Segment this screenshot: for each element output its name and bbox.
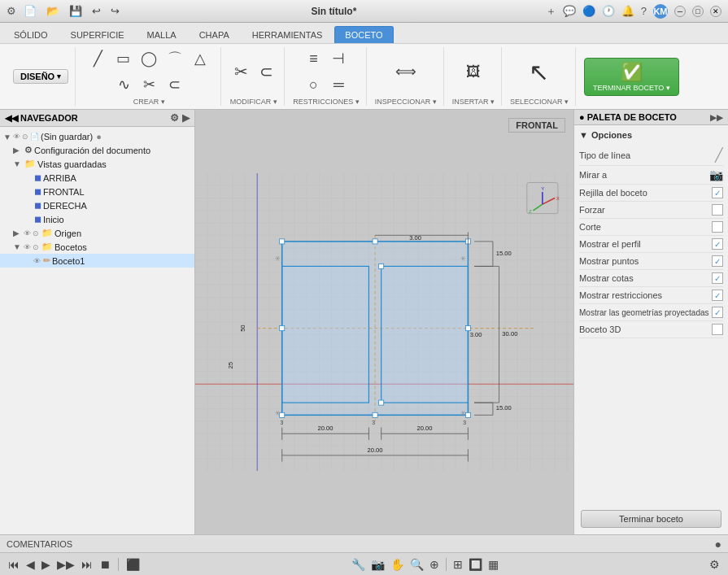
corte-control[interactable] [712, 221, 723, 233]
boceto3d-control[interactable] [712, 324, 723, 335]
tree-expand-inicio[interactable] [23, 215, 33, 224]
nav-prev[interactable]: ◀ [24, 556, 37, 573]
app-icon[interactable]: ⚙ [7, 5, 16, 17]
inner-left-rect[interactable] [282, 266, 369, 403]
tipo-linea-icon[interactable]: ╱ [715, 147, 723, 163]
puntos-control[interactable]: ✓ [712, 255, 723, 267]
tree-expand-vistas[interactable]: ▼ [13, 159, 23, 168]
rest-circ[interactable]: ○ [302, 75, 325, 94]
plus-icon[interactable]: ＋ [546, 4, 556, 19]
insp-label[interactable]: INSPECCIONAR [375, 96, 437, 106]
dot-icon[interactable]: 🔵 [582, 5, 595, 17]
bt-grid1[interactable]: ⊞ [451, 556, 464, 573]
nav-icon-expand[interactable]: ▶ [182, 112, 190, 124]
corte-checkbox[interactable] [712, 221, 723, 233]
cotas-checkbox[interactable]: ✓ [712, 272, 723, 284]
nav-next[interactable]: ▶▶ [55, 556, 76, 573]
tree-expand-boceto1[interactable] [23, 256, 33, 265]
close-btn[interactable]: ✕ [710, 6, 721, 17]
rejilla-control[interactable]: ✓ [712, 187, 723, 198]
restricciones-label[interactable]: RESTRICCIONES [293, 96, 360, 106]
cotas-control[interactable]: ✓ [712, 272, 723, 284]
handle-inner-b[interactable] [379, 400, 384, 405]
bt-wrench[interactable]: 🔧 [350, 556, 367, 573]
tree-config[interactable]: ▶ ⚙ Configuración del documento [0, 143, 194, 157]
puntos-checkbox[interactable]: ✓ [712, 255, 723, 267]
tipo-linea-control[interactable]: ╱ [715, 147, 723, 163]
modificar-label[interactable]: MODIFICAR [230, 96, 277, 106]
nav-last[interactable]: ⏭ [80, 556, 94, 573]
insertar-img[interactable]: 🖼 [462, 62, 485, 81]
design-dropdown[interactable]: DISEÑO ▾ [13, 69, 68, 84]
tree-expand-frontal[interactable] [23, 187, 33, 196]
right-panel-expand[interactable]: ▶▶ [710, 113, 723, 122]
modificar-trim[interactable]: ✂ [229, 61, 252, 82]
mirar-icon[interactable]: 📷 [709, 168, 723, 181]
geometrias-control[interactable]: ✓ [712, 307, 723, 318]
tree-expand-config[interactable]: ▶ [13, 146, 23, 155]
crear-scissors[interactable]: ✂ [137, 75, 160, 94]
geometrias-checkbox[interactable]: ✓ [712, 307, 723, 318]
tree-expand-derecha[interactable] [23, 201, 33, 210]
tree-expand-bocetos[interactable]: ▼ [13, 242, 23, 251]
restricciones-checkbox[interactable]: ✓ [712, 290, 723, 301]
statusbar-expand[interactable]: ● [715, 538, 721, 551]
chat-icon[interactable]: 💬 [563, 5, 576, 17]
sketch-canvas[interactable]: ⚹ ⚹ ⚹ ⚹ 3.00 15.00 30.00 15.00 3.00 [195, 110, 573, 534]
handle-bl[interactable] [280, 412, 285, 417]
handle-inner-t[interactable] [379, 264, 384, 268]
qa-new[interactable]: 📄 [21, 4, 39, 18]
crear-line[interactable]: ╱ [86, 49, 109, 68]
orientation-cube[interactable]: X Y Z [527, 182, 560, 213]
crear-arc[interactable]: ⌒ [163, 49, 186, 68]
tree-expand-arriba[interactable] [23, 173, 33, 182]
tree-vistas[interactable]: ▼ 📁 Vistas guardadas [0, 157, 194, 171]
nav-first[interactable]: ⏮ [7, 556, 21, 573]
user-label[interactable]: KM [653, 4, 668, 19]
tree-origen[interactable]: ▶ 👁 ⊙ 📁 Origen [0, 226, 194, 240]
mirar-control[interactable]: 📷 [709, 168, 723, 181]
sel-cursor[interactable]: ↖ [521, 54, 556, 90]
rest-eq[interactable]: ═ [327, 75, 350, 94]
tab-solido[interactable]: SÓLIDO [3, 26, 59, 43]
boceto3d-checkbox[interactable] [712, 324, 723, 335]
maximize-btn[interactable]: □ [692, 6, 704, 17]
bt-settings[interactable]: ⚙ [708, 556, 721, 573]
tree-inicio[interactable]: ◼ Inicio [0, 212, 194, 226]
tree-root[interactable]: ▼ 👁 ⊙ 📄 (Sin guardar) ● [0, 130, 194, 143]
bt-split[interactable]: ▦ [486, 556, 500, 573]
terminar-boceto-btn[interactable]: ✅ TERMINAR BOCETO ▾ [584, 58, 679, 96]
qa-open[interactable]: 📂 [44, 4, 62, 18]
tree-derecha[interactable]: ◼ DERECHA [0, 198, 194, 212]
tree-boceto1[interactable]: 👁 ✏ Boceto1 [0, 254, 194, 268]
tree-expand-root[interactable]: ▼ [3, 133, 13, 142]
perfil-checkbox[interactable]: ✓ [712, 238, 723, 250]
handle-tl[interactable] [280, 239, 285, 244]
restricciones-control[interactable]: ✓ [712, 290, 723, 301]
handle-tm[interactable] [373, 239, 377, 244]
nav-record[interactable]: ⏹ [98, 556, 112, 573]
crear-rect[interactable]: ▭ [111, 49, 134, 68]
qa-undo[interactable]: ↩ [89, 4, 103, 18]
insp-measure[interactable]: ⟺ [391, 62, 421, 81]
rest-vert[interactable]: ⊣ [327, 49, 350, 68]
bt-grid2[interactable]: 🔲 [467, 556, 484, 573]
tree-expand-origen[interactable]: ▶ [13, 229, 23, 237]
insertar-label[interactable]: INSERTAR [452, 96, 495, 106]
tree-arriba[interactable]: ◼ ARRIBA [0, 171, 194, 185]
help-icon[interactable]: ? [641, 5, 647, 17]
forzar-checkbox[interactable] [712, 204, 723, 216]
crear-circle[interactable]: ◯ [137, 49, 161, 68]
bt-hand[interactable]: ✋ [389, 556, 406, 573]
tab-herramientas[interactable]: HERRAMIENTAS [242, 26, 333, 43]
nav-play[interactable]: ▶ [40, 556, 52, 573]
perfil-control[interactable]: ✓ [712, 238, 723, 250]
forzar-control[interactable] [712, 204, 723, 216]
qa-redo[interactable]: ↪ [108, 4, 122, 18]
crear-spline[interactable]: ∿ [112, 75, 135, 94]
handle-ml[interactable] [280, 326, 285, 331]
minimize-btn[interactable]: ─ [674, 6, 686, 17]
tab-boceto[interactable]: BOCETO [334, 26, 393, 43]
tab-superficie[interactable]: SUPERFICIE [60, 26, 135, 43]
modificar-sub[interactable]: ⊂ [255, 61, 277, 82]
